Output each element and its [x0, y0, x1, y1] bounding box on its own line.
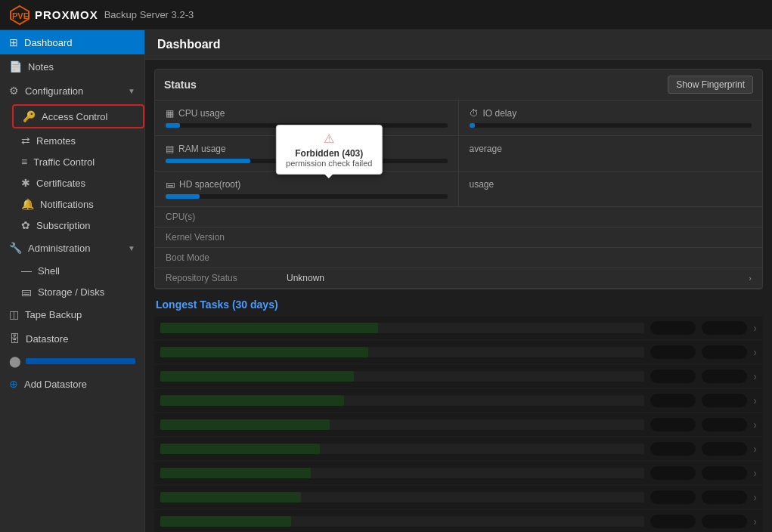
- task-badge-2: [702, 515, 747, 528]
- sidebar-traffic-control-label: Traffic Control: [33, 156, 95, 168]
- sidebar-item-notes[interactable]: 📄 Notes: [0, 54, 144, 79]
- task-badge: [650, 370, 696, 383]
- sidebar-item-subscription[interactable]: ✿ Subscription: [12, 215, 144, 236]
- hd-cell: 🖴 HD space(root): [155, 172, 459, 207]
- notifications-icon: 🔔: [21, 198, 34, 210]
- task-arrow-button[interactable]: ›: [753, 322, 757, 334]
- sidebar-storage-disks-label: Storage / Disks: [38, 286, 104, 298]
- configuration-chevron: ▼: [128, 87, 135, 95]
- traffic-control-icon: ≡: [21, 156, 27, 168]
- task-arrow-button[interactable]: ›: [753, 370, 757, 382]
- task-bar-fill: [160, 468, 311, 478]
- task-bar-fill: [160, 395, 344, 406]
- subscription-icon: ✿: [21, 219, 30, 231]
- cpu-icon: ▦: [166, 108, 174, 119]
- task-bar-bg: [160, 347, 644, 357]
- sidebar: ⊞ Dashboard 📄 Notes ⚙ Configuration ▼ 🔑 …: [0, 30, 145, 532]
- sidebar-shell-label: Shell: [38, 265, 60, 277]
- sidebar-administration-label: Administration: [28, 243, 90, 254]
- sidebar-datastore-bar-item[interactable]: ⬤: [0, 351, 144, 372]
- io-progress-bg: [470, 123, 752, 128]
- task-bar-bg: [160, 419, 644, 430]
- logo: PVE PROXMOX: [9, 5, 98, 26]
- task-badge: [650, 394, 696, 407]
- remotes-icon: ⇄: [21, 135, 30, 147]
- sidebar-item-traffic-control[interactable]: ≡ Traffic Control: [12, 151, 144, 172]
- task-bar-bg: [160, 323, 644, 333]
- task-bar-bg: [160, 395, 644, 406]
- task-badge: [650, 466, 696, 480]
- task-badge: [650, 321, 696, 335]
- task-row: ›: [154, 317, 763, 339]
- show-fingerprint-button[interactable]: Show Fingerprint: [668, 76, 753, 94]
- task-arrow-button[interactable]: ›: [753, 515, 757, 527]
- sidebar-datastore-label: Datastore: [26, 333, 68, 345]
- logo-text: PROXMOX: [35, 8, 98, 21]
- sidebar-item-remotes[interactable]: ⇄ Remotes: [12, 130, 144, 151]
- page-title: Dashboard: [157, 38, 221, 51]
- task-bar-bg: [160, 371, 644, 382]
- io-label: ⏱ IO delay: [470, 108, 752, 119]
- access-control-icon: 🔑: [23, 110, 36, 122]
- task-badge-2: [702, 490, 747, 504]
- add-datastore-icon: ⊕: [9, 378, 18, 390]
- sidebar-notes-label: Notes: [28, 61, 54, 73]
- sidebar-administration-header[interactable]: 🔧 Administration ▼: [0, 236, 144, 260]
- sidebar-item-notifications[interactable]: 🔔 Notifications: [12, 193, 144, 215]
- sidebar-item-dashboard[interactable]: ⊞ Dashboard: [0, 30, 144, 54]
- task-bar-fill: [160, 492, 301, 503]
- cpus-label: CPU(s): [166, 212, 287, 222]
- task-badge: [650, 490, 696, 504]
- forbidden-tooltip: ⚠ Forbidden (403) permission check faile…: [276, 125, 382, 175]
- task-bar-fill: [160, 419, 330, 430]
- sidebar-item-datastore[interactable]: 🗄 Datastore: [0, 326, 144, 351]
- task-arrow-button[interactable]: ›: [753, 467, 757, 479]
- sidebar-item-shell[interactable]: — Shell: [12, 260, 144, 281]
- task-bar-fill: [160, 371, 354, 382]
- sidebar-configuration-header[interactable]: ⚙ Configuration ▼: [0, 79, 144, 103]
- task-arrow-button[interactable]: ›: [753, 491, 757, 503]
- task-bar-fill: [160, 347, 368, 357]
- notes-icon: 📄: [9, 60, 22, 73]
- task-row: ›: [154, 438, 763, 460]
- hd-usage-label: usage: [470, 179, 752, 190]
- io-cell: ⏱ IO delay: [459, 101, 763, 136]
- status-panel-title: Status: [164, 79, 197, 91]
- info-row-boot: Boot Mode: [155, 248, 762, 268]
- administration-chevron: ▼: [128, 244, 135, 252]
- info-row-kernel: Kernel Version: [155, 227, 762, 248]
- task-arrow-button[interactable]: ›: [753, 346, 757, 358]
- hd-progress-fill: [166, 194, 200, 199]
- svg-text:PVE: PVE: [12, 11, 29, 20]
- boot-label: Boot Mode: [166, 252, 287, 263]
- configuration-icon: ⚙: [9, 85, 19, 97]
- task-arrow-button[interactable]: ›: [753, 419, 757, 431]
- io-progress-fill: [470, 123, 475, 128]
- status-panel-header: Status Show Fingerprint: [155, 70, 762, 101]
- ram-progress-fill: [166, 159, 250, 163]
- hd-label: 🖴 HD space(root): [166, 179, 448, 190]
- task-arrow-button[interactable]: ›: [753, 443, 757, 455]
- sidebar-item-certificates[interactable]: ✱ Certificates: [12, 172, 144, 193]
- sidebar-group-administration: 🔧 Administration ▼ — Shell 🖴 Storage / D…: [0, 236, 144, 302]
- longest-tasks-section: Longest Tasks (30 days) › › › ›: [154, 298, 763, 532]
- sidebar-notifications-label: Notifications: [40, 199, 94, 210]
- sidebar-item-access-control[interactable]: 🔑 Access Control: [12, 104, 144, 128]
- hd-usage-cell: usage: [459, 172, 763, 207]
- sidebar-item-tape-backup[interactable]: ◫ Tape Backup: [0, 302, 144, 326]
- hd-icon: 🖴: [166, 179, 175, 190]
- sidebar-configuration-sub: 🔑 Access Control ⇄ Remotes ≡ Traffic Con…: [0, 104, 144, 236]
- task-row: ›: [154, 365, 763, 388]
- tasks-container: › › › › › ›: [154, 317, 763, 532]
- datastore-usage-bar: [26, 358, 135, 364]
- task-arrow-button[interactable]: ›: [753, 394, 757, 407]
- sidebar-item-add-datastore[interactable]: ⊕ Add Datastore: [0, 372, 144, 396]
- task-row: ›: [154, 486, 763, 509]
- repo-action-arrow[interactable]: ›: [749, 274, 752, 283]
- task-row: ›: [154, 341, 763, 363]
- kernel-label: Kernel Version: [166, 232, 287, 243]
- sidebar-item-storage-disks[interactable]: 🖴 Storage / Disks: [12, 281, 144, 302]
- hd-progress-bg: [166, 194, 448, 199]
- task-badge-2: [702, 418, 747, 431]
- content-area: Dashboard Status Show Fingerprint ▦ CPU …: [145, 30, 772, 532]
